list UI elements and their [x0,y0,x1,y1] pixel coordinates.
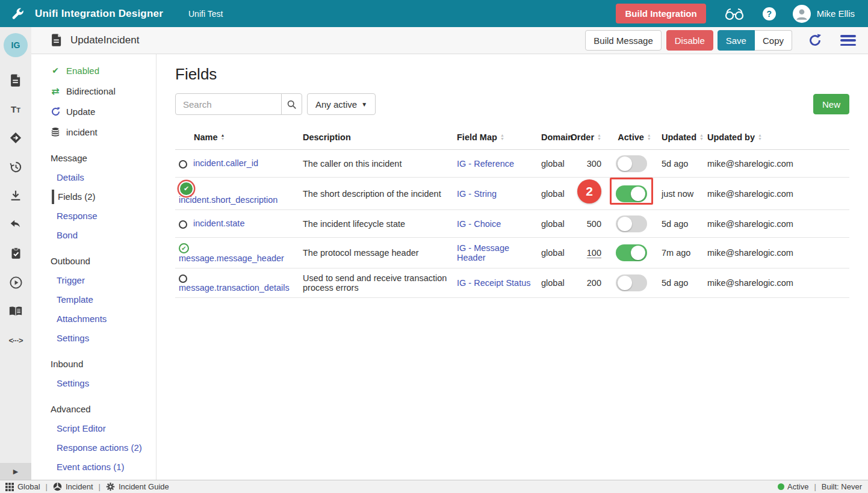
sort-icon: ▲▼ [221,134,225,141]
field-map-link[interactable]: IG - Reference [457,159,514,169]
name-cell: message.transaction_details [175,268,303,297]
new-button[interactable]: New [813,94,849,114]
updated-by-cell: mike@sharelogic.com [707,154,849,173]
play-circle-icon[interactable] [8,275,23,290]
sidebar-status-label: Update [66,107,95,117]
search-button[interactable] [281,93,302,115]
user-avatar[interactable] [793,5,811,23]
field-map-link[interactable]: IG - Message Header [457,243,509,262]
active-filter-dropdown[interactable]: Any active ▼ [307,93,376,115]
expand-rail-button[interactable]: ▶ [0,463,31,480]
sidebar-item-attachments[interactable]: Attachments [57,314,156,324]
sidebar-item-event-actions-1[interactable]: Event actions (1) [57,462,156,472]
active-cell [607,240,662,266]
sidebar-item-response-actions-2[interactable]: Response actions (2) [57,442,156,453]
column-header-updated[interactable]: Updated▲▼ [662,132,707,142]
directions-icon[interactable] [8,131,23,145]
field-name-link[interactable]: incident.caller_id [193,158,258,168]
sidebar-item-settings[interactable]: Settings [57,378,156,388]
field-name-link[interactable]: incident.short_description [179,195,277,205]
table-row: ✔incident.short_descriptionThe short des… [175,178,849,210]
build-message-button[interactable]: Build Message [585,30,661,51]
refresh-icon[interactable] [808,33,822,48]
save-button[interactable]: Save [718,30,755,51]
active-toggle[interactable] [616,185,647,202]
search-input[interactable] [175,93,282,115]
field-name-link[interactable]: incident.state [193,219,244,228]
field-map-cell: IG - Reference [457,154,541,173]
sidebar-status-label: Enabled [66,66,99,76]
field-map-link[interactable]: IG - Receipt Status [457,278,531,288]
sidebar-item-settings[interactable]: Settings [57,333,156,343]
download-icon[interactable] [8,188,23,203]
active-toggle[interactable] [616,274,647,291]
column-header-order[interactable]: Order▲▼ [580,132,607,142]
statusbar-item-incident[interactable]: Incident [53,482,93,491]
file-text-icon[interactable] [8,73,23,87]
statusbar-item-incident-guide[interactable]: Incident Guide [106,482,169,491]
column-header-name[interactable]: Name▲▼ [175,132,303,142]
table-row: ✔message.message_headerThe protocol mess… [175,238,849,268]
domain-cell: global [541,154,580,173]
separator: | [46,482,48,491]
field-map-cell: IG - Receipt Status [457,273,541,293]
column-header-field-map[interactable]: Field Map▲▼ [457,132,541,142]
sidebar-item-script-editor[interactable]: Script Editor [57,423,156,433]
domain-cell: global [541,273,580,293]
helm-icon [53,482,63,491]
built-status-label: Built: Never [822,482,862,491]
check-circle-icon: ✔ [179,243,189,253]
document-icon [51,33,63,48]
table-header-row: Name▲▼DescriptionField Map▲▼Domain▲▼Orde… [175,125,849,150]
sort-icon: ▲▼ [500,134,504,141]
copy-button[interactable]: Copy [755,30,792,51]
tasks-icon[interactable] [8,246,23,261]
build-integration-button[interactable]: Build Integration [616,4,705,23]
description-cell: The caller on this incident [303,154,457,173]
domain-cell: global [541,184,580,203]
column-header-description[interactable]: Description [303,132,457,142]
history-icon[interactable] [8,160,23,174]
separator: | [99,482,101,491]
updated-cell: just now [662,184,707,203]
statusbar-item-global[interactable]: Global [5,482,40,491]
active-toggle[interactable] [616,244,647,261]
sidebar-item-trigger[interactable]: Trigger [57,275,156,285]
column-header-updated-by[interactable]: Updated by▲▼ [707,132,849,142]
sidebar-section-title: Advanced [51,404,156,414]
typography-icon[interactable]: TT [8,102,23,116]
code-icon[interactable]: <···> [8,333,23,347]
field-map-link[interactable]: IG - String [457,189,497,199]
sidebar-item-bond[interactable]: Bond [57,230,156,240]
updated-by-cell: mike@sharelogic.com [707,273,849,293]
preview-glasses-icon[interactable] [724,7,745,21]
page-title: Fields [175,65,849,84]
table-row: incident.stateThe incident lifecycle sta… [175,210,849,238]
help-icon[interactable]: ? [763,7,776,20]
field-name-link[interactable]: message.message_header [179,253,284,263]
integration-avatar[interactable]: IG [4,33,28,57]
disable-button[interactable]: Disable [666,30,713,51]
gear-icon [106,482,116,491]
field-map-link[interactable]: IG - Choice [457,219,501,229]
column-header-active[interactable]: Active▲▼ [607,132,662,142]
book-open-icon[interactable] [8,304,23,318]
sort-icon: ▲▼ [699,134,704,141]
sidebar-item-response[interactable]: Response [57,211,156,221]
circle-icon [179,160,187,169]
reply-icon[interactable] [8,217,23,232]
user-name[interactable]: Mike Ellis [817,8,855,19]
sidebar-item-fields-2[interactable]: Fields (2) [52,191,156,202]
order-cell: 500 [580,214,607,234]
name-cell: incident.caller_id [175,153,303,173]
active-status-dot [778,483,784,490]
field-name-link[interactable]: message.transaction_details [179,283,290,293]
description-cell: The protocol message header [303,243,457,262]
sidebar-item-details[interactable]: Details [57,172,156,182]
active-toggle[interactable] [616,215,647,232]
sidebar-item-template[interactable]: Template [57,294,156,305]
menu-icon[interactable] [840,35,856,46]
environment-label: Unifi Test [188,9,223,19]
app-title: Unifi Integration Designer [35,8,163,20]
active-toggle[interactable] [616,155,647,172]
